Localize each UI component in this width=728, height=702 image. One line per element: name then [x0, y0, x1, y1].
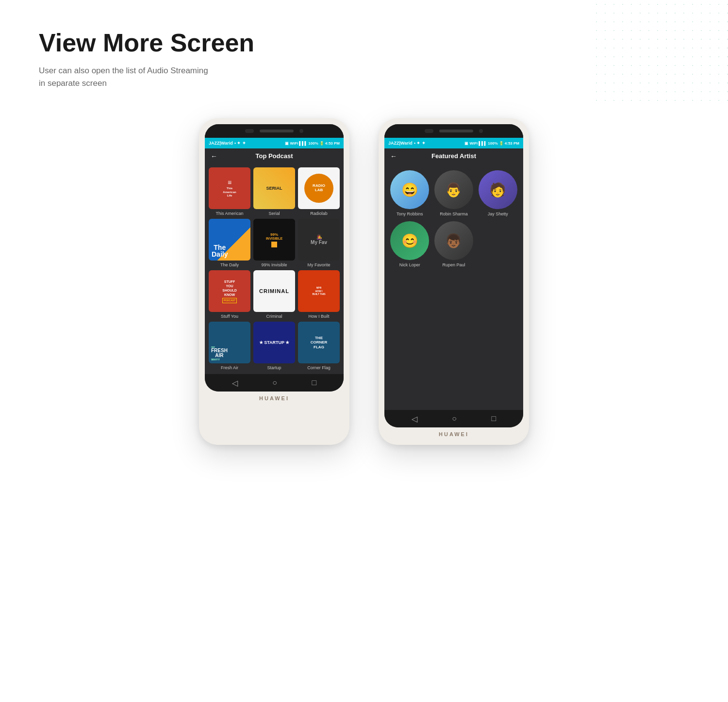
artist-item-jay[interactable]: 🧑 Jay Shetty — [478, 170, 517, 216]
phone-1-brand: HUAWEI — [205, 392, 344, 403]
podcast-item-stuff[interactable]: STUFFYOUSHOULDKNOW PODCAST Stuff You — [209, 270, 250, 319]
phone-1-screen-header: ← Top Podcast — [205, 148, 344, 163]
podcast-label-favorite: My Favorite — [307, 262, 330, 267]
podcast-thumb-daily: TheDaily — [209, 219, 250, 261]
rupen-emoji: 👦🏾 — [445, 233, 462, 249]
artist-label-tony: Tony Robbins — [397, 212, 423, 216]
artist-label-robin: Robin Sharma — [440, 212, 468, 216]
phone-1-frame: JAZZ|Warid ▪ ✦ ✦ ▣ WiFi ▌▌▌ 100% 🔋 4:53 … — [199, 118, 349, 445]
phone-1-camera-dot — [299, 129, 303, 133]
podcast-label-built: How I Built — [308, 314, 329, 319]
artist-label-jay: Jay Shetty — [488, 212, 508, 216]
podcast-thumb-99: 99% INVISIBLE — [253, 219, 295, 261]
phone-2-camera-dot — [479, 129, 483, 133]
artist-avatar-rupen: 👦🏾 — [434, 221, 473, 260]
artist-label-rupen: Rupen Paul — [442, 262, 465, 267]
podcast-label-daily: The Daily — [220, 262, 239, 267]
phone-1-nav-recents[interactable]: □ — [312, 378, 317, 387]
phone-1-top-bar — [205, 124, 344, 138]
artist-item-nick[interactable]: 😊 Nick Loper — [390, 221, 430, 267]
phone-2-brand: HUAWEI — [384, 427, 523, 439]
phone-2-screen-header: ← Featured Artist — [384, 148, 523, 163]
podcast-thumb-american-life: ≡ ThisAmericanLife — [209, 167, 250, 209]
phone-1-status-right: ▣ WiFi ▌▌▌ 100% 🔋 4:53 PM — [285, 141, 340, 146]
phone-1-back-arrow[interactable]: ← — [211, 152, 217, 160]
artist-item-robin[interactable]: 👨 Robin Sharma — [434, 170, 474, 216]
podcast-label-radiolab: Radiolab — [310, 211, 328, 216]
phone-2-nav: ◁ ○ □ — [384, 410, 523, 427]
phones-container: JAZZ|Warid ▪ ✦ ✦ ▣ WiFi ▌▌▌ 100% 🔋 4:53 … — [0, 118, 728, 484]
built-icon: NPRHOW IBUILT THIS — [298, 270, 340, 312]
phone-2-screen-title: Featured Artist — [431, 152, 476, 160]
podcast-item-corner[interactable]: THECORNERFLAG Corner Flag — [298, 322, 340, 370]
podcast-thumb-startup: ★ STARTUP ★ — [253, 322, 295, 363]
podcast-item-99[interactable]: 99% INVISIBLE 99% Invisible — [253, 219, 295, 267]
podcast-thumb-built: NPRHOW IBUILT THIS — [298, 270, 340, 312]
startup-icon: ★ STARTUP ★ — [253, 322, 295, 363]
phone-2-camera-left — [425, 129, 433, 133]
phone-2-back-arrow[interactable]: ← — [390, 152, 397, 160]
radiolab-circle: RADIOLAB — [304, 174, 333, 203]
podcast-label-criminal: Criminal — [266, 314, 282, 319]
podcast-label-fresh: Fresh Air — [221, 365, 238, 370]
daily-icon: TheDaily — [209, 219, 250, 261]
phone-2-top-bar — [384, 124, 523, 138]
jay-emoji: 🧑 — [489, 182, 506, 198]
phone-2-inner: JAZZ|Warid ▪ ✦ ✦ ▣ WiFi ▌▌▌ 100% 🔋 4:53 … — [384, 124, 523, 427]
radiolab-icon: RADIOLAB — [298, 167, 340, 209]
phone-1-speaker — [260, 130, 294, 132]
podcast-label-stuff: Stuff You — [221, 314, 238, 319]
daily-text: TheDaily — [212, 244, 228, 258]
artist-avatar-nick: 😊 — [390, 221, 429, 260]
fresh-icon: npr FRESHAIR WHYY — [209, 322, 250, 363]
artist-item-tony[interactable]: 😄 Tony Robbins — [390, 170, 430, 216]
podcast-item-daily[interactable]: TheDaily The Daily — [209, 219, 250, 267]
artist-label-nick: Nick Loper — [399, 262, 420, 267]
podcast-label-american-life: This American — [215, 211, 243, 216]
serial-icon: SERIAL — [253, 167, 295, 209]
podcast-item-radiolab[interactable]: RADIOLAB Radiolab — [298, 167, 340, 216]
invisible-icon: 99% INVISIBLE — [253, 219, 295, 261]
page-header: View More Screen User can also open the … — [0, 0, 728, 89]
phone-1-nav-back[interactable]: ◁ — [232, 378, 238, 388]
phone-1-nav-home[interactable]: ○ — [272, 378, 277, 387]
phone-2-nav-back[interactable]: ◁ — [412, 414, 417, 424]
criminal-icon: CRIMINAL — [253, 270, 295, 312]
podcast-item-built[interactable]: NPRHOW IBUILT THIS How I Built — [298, 270, 340, 319]
phone-1-status-left: JAZZ|Warid ▪ ✦ ✦ — [209, 141, 246, 146]
phone-1-inner: JAZZ|Warid ▪ ✦ ✦ ▣ WiFi ▌▌▌ 100% 🔋 4:53 … — [205, 124, 344, 392]
phone-1-screen-content: ≡ ThisAmericanLife This American SERIAL — [205, 163, 344, 374]
phone-2-nav-home[interactable]: ○ — [452, 414, 457, 423]
phone-1-camera-left — [245, 129, 254, 133]
podcast-thumb-serial: SERIAL — [253, 167, 295, 209]
phone-2-nav-recents[interactable]: □ — [492, 414, 496, 423]
artist-avatar-robin: 👨 — [434, 170, 473, 209]
phone-2-status-left: JAZZ|Warid ▪ ✦ ✦ — [388, 141, 426, 146]
phone-2-status-bar: JAZZ|Warid ▪ ✦ ✦ ▣ WiFi ▌▌▌ 100% 🔋 4:53 … — [384, 138, 523, 148]
phone-2-frame: JAZZ|Warid ▪ ✦ ✦ ▣ WiFi ▌▌▌ 100% 🔋 4:53 … — [379, 118, 529, 445]
favorite-icon: 👩‍🎤My Fav — [298, 219, 340, 261]
phone-2-screen-content: 😄 Tony Robbins 👨 Robin Sharma 🧑 — [384, 163, 523, 410]
podcast-thumb-criminal: CRIMINAL — [253, 270, 295, 312]
podcast-thumb-fresh: npr FRESHAIR WHYY — [209, 322, 250, 363]
page-title: View More Screen — [39, 29, 728, 57]
nick-emoji: 😊 — [401, 233, 418, 249]
podcast-label-serial: Serial — [268, 211, 280, 216]
podcast-item-fresh[interactable]: npr FRESHAIR WHYY Fresh Air — [209, 322, 250, 370]
podcast-thumb-corner: THECORNERFLAG — [298, 322, 340, 363]
phone-2-status-right: ▣ WiFi ▌▌▌ 100% 🔋 4:53 PM — [464, 141, 519, 146]
phone-1-screen-title: Top Podcast — [255, 152, 293, 160]
podcast-item-favorite[interactable]: 👩‍🎤My Fav My Favorite — [298, 219, 340, 267]
artist-screen-spacer — [388, 270, 519, 406]
podcast-item-american-life[interactable]: ≡ ThisAmericanLife This American — [209, 167, 250, 216]
podcast-item-serial[interactable]: SERIAL Serial — [253, 167, 295, 216]
podcast-grid: ≡ ThisAmericanLife This American SERIAL — [209, 167, 340, 370]
artist-avatar-tony: 😄 — [390, 170, 429, 209]
phone-2-speaker — [439, 130, 473, 132]
podcast-thumb-stuff: STUFFYOUSHOULDKNOW PODCAST — [209, 270, 250, 312]
podcast-item-criminal[interactable]: CRIMINAL Criminal — [253, 270, 295, 319]
podcast-label-corner: Corner Flag — [307, 365, 331, 370]
artist-item-rupen[interactable]: 👦🏾 Rupen Paul — [434, 221, 474, 267]
phone-1-nav: ◁ ○ □ — [205, 374, 344, 392]
podcast-item-startup[interactable]: ★ STARTUP ★ Startup — [253, 322, 295, 370]
